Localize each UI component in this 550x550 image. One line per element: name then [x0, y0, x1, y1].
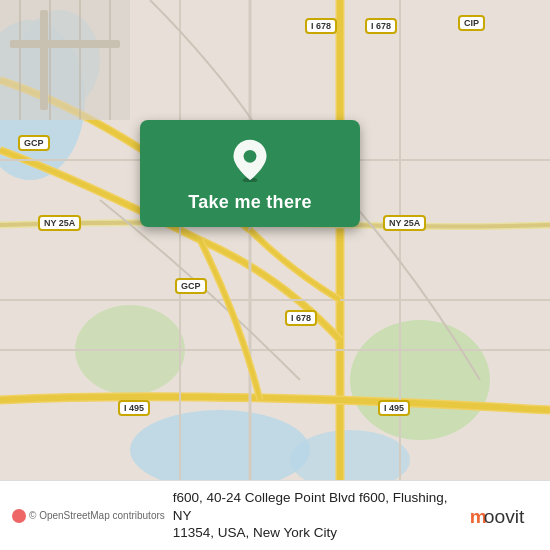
take-me-there-button[interactable]: Take me there — [140, 120, 360, 227]
svg-point-5 — [350, 320, 490, 440]
moovit-logo: m oovit — [468, 500, 538, 532]
svg-text:oovit: oovit — [484, 506, 525, 527]
osm-attribution: © OpenStreetMap contributors — [12, 509, 165, 523]
address-line2: 11354, USA, New York City — [173, 525, 337, 540]
badge-i678-top: I 678 — [305, 18, 337, 34]
badge-i495-left: I 495 — [118, 400, 150, 416]
location-pin-icon — [228, 138, 272, 182]
address-line1: f600, 40-24 College Point Blvd f600, Flu… — [173, 490, 448, 523]
badge-ny25a-left: NY 25A — [38, 215, 81, 231]
badge-gcp-left: GCP — [18, 135, 50, 151]
badge-i495-right: I 495 — [378, 400, 410, 416]
badge-cip: CIP — [458, 15, 485, 31]
osm-logo-circle — [12, 509, 26, 523]
map-view: I 678 I 678 I 678 I 495 I 495 NY 25A NY … — [0, 0, 550, 480]
svg-point-15 — [244, 150, 257, 163]
map-svg — [0, 0, 550, 480]
moovit-logo-svg: m oovit — [468, 500, 538, 532]
bottom-bar: © OpenStreetMap contributors f600, 40-24… — [0, 480, 550, 550]
address-display: f600, 40-24 College Point Blvd f600, Flu… — [173, 489, 460, 542]
badge-i678-top2: I 678 — [365, 18, 397, 34]
badge-i678-lower: I 678 — [285, 310, 317, 326]
svg-rect-12 — [10, 40, 120, 48]
badge-ny25a-right: NY 25A — [383, 215, 426, 231]
osm-text: © OpenStreetMap contributors — [29, 510, 165, 521]
take-me-there-label[interactable]: Take me there — [188, 192, 312, 213]
svg-rect-13 — [40, 10, 48, 110]
badge-gcp-lower: GCP — [175, 278, 207, 294]
